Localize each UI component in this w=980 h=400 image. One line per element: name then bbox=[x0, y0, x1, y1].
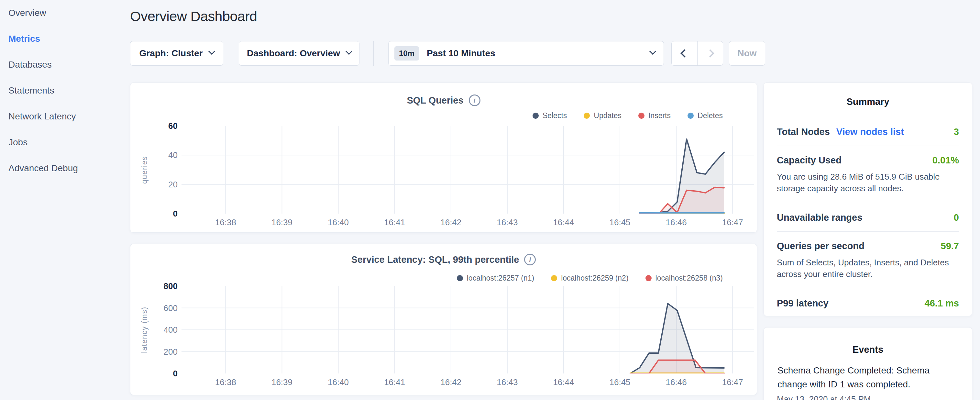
legend-dot-icon bbox=[533, 113, 539, 119]
dashboard-dropdown[interactable]: Dashboard: Overview bbox=[239, 41, 360, 66]
time-range-dropdown[interactable]: 10m Past 10 Minutes bbox=[388, 41, 664, 66]
info-icon[interactable]: i bbox=[524, 254, 536, 265]
time-nav-group bbox=[671, 41, 723, 66]
x-axis-tick-label: 16:44 bbox=[539, 377, 588, 387]
sidebar: Overview Metrics Databases Statements Ne… bbox=[0, 0, 129, 400]
x-axis-tick-label: 16:42 bbox=[427, 217, 475, 228]
controls-divider bbox=[373, 41, 374, 66]
sidebar-item-network-latency[interactable]: Network Latency bbox=[0, 104, 129, 129]
legend-dot-icon bbox=[687, 113, 694, 119]
chart-plot-area: queries 604020016:3816:3916:4016:4116:42… bbox=[130, 126, 757, 214]
x-axis-tick-label: 16:47 bbox=[708, 377, 757, 387]
summary-label: Unavailable ranges bbox=[777, 212, 862, 223]
events-panel: Events Schema Change Completed: Schema c… bbox=[764, 327, 972, 400]
chart-plot-area: latency (ms) 800600400200016:3816:3916:4… bbox=[130, 286, 757, 373]
chart-title: SQL Queries bbox=[407, 95, 463, 106]
summary-label: Capacity Used bbox=[777, 155, 842, 166]
now-button[interactable]: Now bbox=[729, 41, 765, 66]
event-timestamp: May 13, 2020 at 4:45 PM bbox=[777, 394, 959, 400]
x-axis-tick-label: 16:43 bbox=[483, 217, 531, 228]
legend-item-n3[interactable]: localhost:26258 (n3) bbox=[646, 274, 723, 282]
chevron-left-icon bbox=[680, 49, 689, 57]
chevron-down-icon bbox=[208, 48, 215, 55]
chart-legend: localhost:26257 (n1) localhost:26259 (n2… bbox=[457, 274, 723, 282]
time-range-badge: 10m bbox=[395, 46, 419, 61]
legend-dot-icon bbox=[457, 275, 463, 281]
chevron-down-icon bbox=[649, 48, 656, 55]
sidebar-item-databases[interactable]: Databases bbox=[0, 52, 129, 78]
sql-queries-plot bbox=[181, 126, 754, 214]
summary-row-queries-per-second: Queries per second 59.7 Sum of Selects, … bbox=[777, 232, 959, 289]
y-axis-tick-label: 60 bbox=[143, 121, 178, 131]
summary-row-total-nodes: Total Nodes View nodes list 3 bbox=[777, 118, 959, 146]
summary-panel: Summary Total Nodes View nodes list 3 Ca… bbox=[764, 83, 972, 316]
legend-dot-icon bbox=[584, 113, 590, 119]
chart-title: Service Latency: SQL, 99th percentile bbox=[352, 254, 519, 265]
x-axis-tick-label: 16:47 bbox=[708, 217, 757, 228]
summary-label: Queries per second bbox=[777, 241, 864, 252]
summary-row-unavailable-ranges: Unavailable ranges 0 bbox=[777, 203, 959, 232]
legend-item-updates[interactable]: Updates bbox=[584, 112, 622, 120]
y-axis-tick-label: 40 bbox=[143, 150, 178, 160]
x-axis-tick-label: 16:40 bbox=[314, 217, 363, 228]
time-range-label: Past 10 Minutes bbox=[427, 48, 495, 59]
events-title: Events bbox=[764, 328, 972, 355]
summary-value: 3 bbox=[954, 126, 959, 137]
x-axis-tick-label: 16:45 bbox=[596, 377, 644, 387]
legend-dot-icon bbox=[646, 275, 652, 281]
sql-queries-chart-card: SQL Queries i Selects Updates Inserts De… bbox=[130, 83, 757, 233]
x-axis-tick-label: 16:39 bbox=[258, 377, 306, 387]
event-item[interactable]: Schema Change Completed: Schema change w… bbox=[777, 363, 959, 392]
time-next-button[interactable] bbox=[697, 41, 723, 65]
info-icon[interactable]: i bbox=[469, 94, 480, 106]
summary-label: Total Nodes bbox=[777, 126, 830, 137]
x-axis-tick-label: 16:41 bbox=[371, 217, 419, 228]
legend-dot-icon bbox=[551, 275, 557, 281]
summary-label: P99 latency bbox=[777, 298, 829, 309]
sidebar-item-statements[interactable]: Statements bbox=[0, 78, 129, 104]
chart-legend: Selects Updates Inserts Deletes bbox=[533, 112, 723, 120]
y-axis-tick-label: 0 bbox=[143, 368, 178, 379]
chevron-down-icon bbox=[345, 48, 352, 55]
x-axis-tick-label: 16:41 bbox=[371, 377, 419, 387]
summary-value: 0 bbox=[954, 212, 959, 223]
legend-dot-icon bbox=[638, 113, 644, 119]
summary-row-p99-latency: P99 latency 46.1 ms bbox=[777, 289, 959, 317]
sidebar-item-jobs[interactable]: Jobs bbox=[0, 129, 129, 155]
time-prev-button[interactable] bbox=[672, 41, 697, 65]
x-axis-tick-label: 16:46 bbox=[652, 217, 700, 228]
sidebar-item-advanced-debug[interactable]: Advanced Debug bbox=[0, 155, 129, 181]
x-axis-tick-label: 16:45 bbox=[596, 217, 644, 228]
legend-item-inserts[interactable]: Inserts bbox=[638, 112, 671, 120]
legend-item-n1[interactable]: localhost:26257 (n1) bbox=[457, 274, 534, 282]
y-axis-tick-label: 600 bbox=[143, 303, 178, 313]
chevron-right-icon bbox=[706, 49, 714, 57]
sidebar-item-metrics[interactable]: Metrics bbox=[0, 26, 129, 52]
legend-item-n2[interactable]: localhost:26259 (n2) bbox=[551, 274, 628, 282]
page-title: Overview Dashboard bbox=[130, 8, 257, 24]
summary-row-capacity-used: Capacity Used 0.01% You are using 28.6 M… bbox=[777, 146, 959, 203]
y-axis-tick-label: 800 bbox=[143, 281, 178, 291]
y-axis-tick-label: 400 bbox=[143, 325, 178, 335]
graph-scope-dropdown[interactable]: Graph: Cluster bbox=[130, 41, 223, 66]
summary-value: 0.01% bbox=[932, 155, 959, 166]
service-latency-plot bbox=[181, 286, 754, 373]
legend-item-deletes[interactable]: Deletes bbox=[687, 112, 723, 120]
summary-description: You are using 28.6 MiB of 515.9 GiB usab… bbox=[777, 171, 959, 194]
x-axis-tick-label: 16:38 bbox=[201, 377, 250, 387]
sidebar-item-overview[interactable]: Overview bbox=[0, 0, 129, 26]
x-axis-tick-label: 16:43 bbox=[483, 377, 531, 387]
x-axis-tick-label: 16:39 bbox=[258, 217, 306, 228]
legend-item-selects[interactable]: Selects bbox=[533, 112, 567, 120]
view-nodes-list-link[interactable]: View nodes list bbox=[836, 126, 904, 137]
summary-value: 46.1 ms bbox=[925, 298, 959, 309]
y-axis-tick-label: 20 bbox=[143, 179, 178, 190]
service-latency-chart-card: Service Latency: SQL, 99th percentile i … bbox=[130, 244, 757, 395]
overview-dashboard-page: { "sidebar": { "items": [ {"label": "Ove… bbox=[0, 0, 980, 400]
summary-description: Sum of Selects, Updates, Inserts, and De… bbox=[777, 257, 959, 280]
x-axis-tick-label: 16:46 bbox=[652, 377, 700, 387]
y-axis-tick-label: 200 bbox=[143, 347, 178, 357]
x-axis-tick-label: 16:42 bbox=[427, 377, 475, 387]
x-axis-tick-label: 16:44 bbox=[539, 217, 588, 228]
summary-title: Summary bbox=[764, 83, 972, 107]
